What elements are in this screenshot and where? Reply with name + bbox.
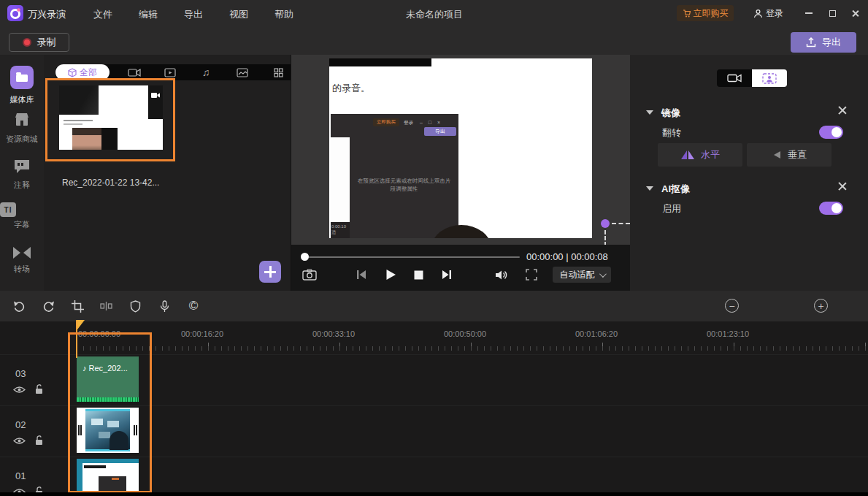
copyright-button[interactable]: © [185, 297, 202, 315]
zoom-out-button[interactable]: − [725, 299, 739, 313]
webcam-clip[interactable] [77, 408, 139, 453]
media-item-selected[interactable]: Rec_2022-01-22 13-42... [45, 78, 175, 161]
ruler-label: 00:00:33:10 [312, 329, 355, 338]
seek-knob[interactable] [301, 253, 309, 261]
flip-horizontal-button[interactable]: 水平 [658, 143, 742, 167]
play-button[interactable] [381, 266, 400, 283]
buy-now-button[interactable]: 立即购买 [677, 5, 734, 21]
tab-images[interactable] [234, 65, 250, 80]
next-frame-button[interactable] [437, 266, 456, 283]
login-button[interactable]: 登录 [753, 7, 783, 20]
menu-edit[interactable]: 编辑 [139, 8, 158, 21]
audio-clip[interactable]: ♪ Rec_202... [77, 356, 139, 402]
transition-icon [13, 247, 31, 259]
mirror-vertical-icon [772, 150, 782, 160]
close-button[interactable] [849, 7, 861, 19]
sidebar-item-label: 转场 [0, 264, 44, 275]
track-visibility-eye-icon[interactable] [13, 386, 26, 394]
sidebar-item-subtitles[interactable]: TI 字幕 [0, 202, 44, 230]
sidebar-item-label: 注释 [0, 180, 44, 191]
guide-line-vertical [604, 230, 606, 245]
chevron-down-icon [599, 270, 606, 278]
sidebar-item-media-library[interactable]: 媒体库 [0, 66, 44, 105]
maximize-button[interactable] [826, 7, 838, 19]
menu-export[interactable]: 导出 [184, 8, 203, 21]
minimize-button[interactable] [803, 7, 815, 19]
camcorder-icon [727, 73, 742, 83]
preview-panel: 的录音。 立即购买 登录 – □ × 导出 在预览区选择元素或在时间线上双击片 … [291, 55, 629, 291]
recorded-left-panel [331, 137, 350, 222]
mirror-section-title: 镜像 [661, 107, 680, 120]
ruler-label: 00:00:50:00 [444, 329, 486, 338]
add-media-button[interactable] [259, 261, 281, 283]
recorded-login: 登录 [404, 120, 413, 126]
flip-vertical-button[interactable]: 垂直 [747, 143, 831, 167]
recorded-buy-button: 立即购买 [373, 118, 399, 126]
sidebar-item-annotations[interactable]: 注释 [0, 159, 44, 191]
video-camera-icon [151, 92, 161, 99]
flip-toggle[interactable] [819, 126, 843, 139]
resize-handle[interactable] [601, 219, 610, 228]
menu-file[interactable]: 文件 [93, 8, 112, 21]
track-id: 03 [15, 368, 26, 379]
properties-panel: 镜像 翻转 水平 垂直 AI抠像 启用 [630, 55, 868, 291]
tab-all-label: 全部 [80, 66, 97, 79]
volume-button[interactable] [492, 266, 511, 283]
tab-video-files[interactable] [162, 65, 178, 80]
stop-button[interactable] [409, 266, 428, 283]
microphone-button[interactable] [155, 297, 173, 315]
track-row-01: 01 [0, 457, 868, 496]
track-id: 02 [15, 419, 26, 430]
track-lock-icon[interactable] [34, 384, 44, 394]
zoom-in-button[interactable]: + [814, 299, 828, 313]
seek-bar[interactable] [304, 256, 520, 258]
edit-toolbar: © − + ↔ [0, 291, 868, 321]
webcam-source-tab[interactable] [752, 69, 787, 87]
enable-label: 启用 [662, 202, 681, 215]
export-button[interactable]: 导出 [791, 32, 856, 53]
tab-video-recordings[interactable] [126, 65, 142, 80]
record-icon [23, 38, 31, 47]
screen-source-tab[interactable] [717, 69, 752, 87]
playback-bar: 00:00:00 | 00:00:08 自动适 [291, 245, 630, 291]
music-note-icon: ♪ [82, 364, 87, 373]
playhead-flag-icon[interactable] [77, 320, 85, 329]
screen-recording-clip[interactable] [77, 459, 139, 496]
ai-matting-toggle[interactable] [819, 202, 843, 215]
app-logo-icon [7, 5, 23, 21]
buy-now-label: 立即购买 [694, 7, 729, 20]
redo-button[interactable] [39, 297, 57, 315]
tab-audio[interactable]: ♫ [198, 65, 214, 80]
recorded-export-button: 导出 [424, 127, 456, 136]
sidebar-item-resource-store[interactable]: 资源商城 [0, 111, 44, 145]
track-lock-icon[interactable] [34, 435, 44, 446]
menu-view[interactable]: 视图 [229, 8, 248, 21]
bottom-scrollbar-track[interactable] [0, 492, 868, 496]
ruler-label: 00:01:23:10 [707, 329, 749, 338]
undo-button[interactable] [11, 297, 28, 315]
record-label: 录制 [37, 36, 56, 49]
sidebar-item-transitions[interactable]: 转场 [0, 247, 44, 275]
audio-clip-label: Rec_202... [89, 364, 128, 373]
track-id: 01 [15, 470, 26, 481]
collapse-arrow-icon[interactable] [646, 110, 653, 115]
title-bar: 万兴录演 文件 编辑 导出 视图 帮助 未命名的项目 立即购买 登录 录制 [0, 0, 868, 55]
recorded-app-window: 立即购买 登录 – □ × 导出 在预览区选择元素或在时间线上双击片 段调整属性… [331, 114, 458, 238]
flip-horizontal-label: 水平 [701, 148, 720, 161]
snapshot-button[interactable] [300, 266, 319, 283]
split-button[interactable] [97, 297, 115, 315]
collapse-arrow-icon[interactable] [646, 186, 653, 191]
crop-button[interactable] [69, 297, 86, 315]
tab-grid-view[interactable] [270, 65, 286, 80]
ai-matting-close-icon[interactable] [837, 180, 848, 192]
fit-mode-dropdown[interactable]: 自动适配 [553, 267, 611, 283]
mirror-close-icon[interactable] [837, 104, 848, 116]
speech-bubble-icon [13, 159, 31, 175]
track-row-03: 03 ♪ Rec_202... [0, 354, 868, 402]
previous-frame-button[interactable] [352, 266, 371, 283]
shield-button[interactable] [126, 297, 144, 315]
menu-help[interactable]: 帮助 [274, 8, 293, 21]
fullscreen-button[interactable] [522, 266, 541, 283]
record-button[interactable]: 录制 [9, 33, 69, 52]
track-visibility-eye-icon[interactable] [13, 437, 26, 445]
